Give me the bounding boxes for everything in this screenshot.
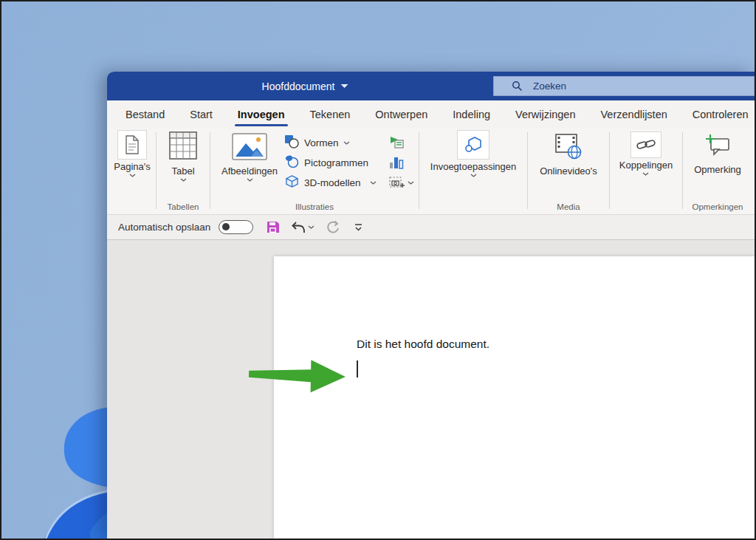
undo-icon (291, 221, 306, 234)
autosave-label: Automatisch opslaan (118, 222, 210, 233)
picture-icon (232, 133, 267, 164)
chevron-down-icon[interactable] (308, 225, 315, 229)
chevron-down-icon[interactable] (408, 181, 414, 185)
chevron-down-icon (247, 178, 253, 182)
customize-toolbar-button[interactable] (353, 222, 364, 232)
ribbon-group-links: Koppelingen (610, 129, 682, 214)
ribbon-group-tables: Tabel Tabellen (157, 129, 210, 214)
online-video-icon (554, 133, 583, 164)
group-label-tables: Tabellen (168, 199, 199, 214)
overflow-icon (353, 222, 364, 232)
search-placeholder: Zoeken (533, 81, 566, 92)
models-3d-button[interactable]: 3D-modellen (284, 174, 382, 191)
addins-icon (457, 130, 489, 160)
tab-indeling[interactable]: Indeling (440, 100, 503, 129)
table-icon (168, 130, 199, 164)
table-button[interactable]: Tabel (168, 130, 199, 182)
search-icon (512, 81, 523, 92)
addins-button[interactable]: Invoegtoepassingen (430, 130, 516, 177)
pictograms-icon (284, 154, 300, 171)
tab-ontwerpen[interactable]: Ontwerpen (362, 100, 440, 129)
toggle-knob (222, 223, 230, 230)
ribbon-group-addins: Invoegtoepassingen (419, 129, 527, 214)
chart-button[interactable] (389, 154, 414, 171)
ribbon: Pagina's Tabel (107, 129, 755, 215)
pages-button[interactable]: Pagina's (114, 130, 150, 177)
search-input[interactable]: Zoeken (493, 76, 755, 96)
title-bar: Hoofddocument Zoeken (107, 72, 755, 100)
tab-tekenen[interactable]: Tekenen (298, 100, 363, 129)
illustrations-stack: Vormen Pictogrammen (284, 130, 382, 191)
page-icon (117, 130, 147, 160)
document-title: Hoofddocument (262, 81, 335, 92)
tab-verzendlijsten[interactable]: Verzendlijsten (588, 100, 679, 129)
icons-button[interactable]: Pictogrammen (284, 154, 382, 171)
group-label-comments: Opmerkingen (692, 199, 743, 214)
chevron-down-icon (180, 178, 187, 182)
chevron-down-icon (642, 172, 649, 176)
document-title-menu[interactable]: Hoofddocument (262, 72, 348, 100)
chevron-down-icon (129, 174, 136, 177)
tab-start[interactable]: Start (177, 100, 225, 129)
comment-icon (704, 133, 731, 163)
tab-bestand[interactable]: Bestand (113, 100, 177, 129)
chart-icon (389, 156, 404, 169)
link-icon (630, 131, 662, 158)
online-video-button[interactable]: Onlinevideo's (540, 133, 597, 177)
group-label-media: Media (557, 199, 580, 214)
ribbon-tab-bar: Bestand Start Invoegen Tekenen Ontwerpen… (107, 100, 755, 129)
cube-3d-icon (284, 174, 300, 191)
word-window: Hoofddocument Zoeken Bestand Start Invoe… (107, 72, 755, 539)
redo-button[interactable] (326, 220, 340, 234)
new-comment-button[interactable]: Opmerking (694, 133, 741, 175)
chevron-down-icon (340, 84, 348, 88)
text-cursor (357, 360, 358, 377)
save-icon (266, 220, 280, 234)
desktop: Hoofddocument Zoeken Bestand Start Invoe… (0, 0, 756, 540)
pictures-button[interactable]: Afbeeldingen (215, 130, 284, 182)
ribbon-group-illustrations: Afbeeldingen Vormen (210, 129, 419, 214)
quick-access-toolbar: Automatisch opslaan (107, 215, 755, 240)
illustrations-mini-column (389, 130, 414, 191)
chevron-down-icon[interactable] (370, 181, 377, 185)
tab-invoegen[interactable]: Invoegen (225, 100, 298, 129)
ribbon-group-media: Onlinevideo's Media (528, 129, 609, 214)
chevron-down-icon (470, 174, 477, 177)
undo-button[interactable] (291, 221, 315, 234)
group-label-illustrations: Illustraties (295, 199, 334, 214)
document-page[interactable]: Dit is het hoofd document. (274, 256, 755, 539)
save-button[interactable] (266, 220, 280, 234)
smartart-button[interactable] (389, 134, 414, 151)
chevron-down-icon[interactable] (343, 141, 350, 145)
redo-icon (326, 220, 340, 234)
pointer-arrow (249, 356, 348, 396)
screenshot-icon (389, 176, 405, 189)
document-canvas: Dit is het hoofd document. (107, 240, 755, 539)
shapes-icon (284, 134, 300, 151)
tab-verwijzingen[interactable]: Verwijzingen (503, 100, 588, 129)
autosave-toggle[interactable] (219, 220, 253, 234)
ribbon-group-comments: Opmerking Opmerkingen (683, 129, 752, 214)
tab-controleren[interactable]: Controleren (680, 100, 755, 129)
links-button[interactable]: Koppelingen (619, 131, 673, 176)
document-text: Dit is het hoofd document. (357, 338, 489, 351)
screenshot-button[interactable] (389, 174, 414, 191)
shapes-button[interactable]: Vormen (284, 134, 382, 151)
smartart-icon (389, 136, 405, 149)
ribbon-group-pages: Pagina's (109, 129, 156, 214)
